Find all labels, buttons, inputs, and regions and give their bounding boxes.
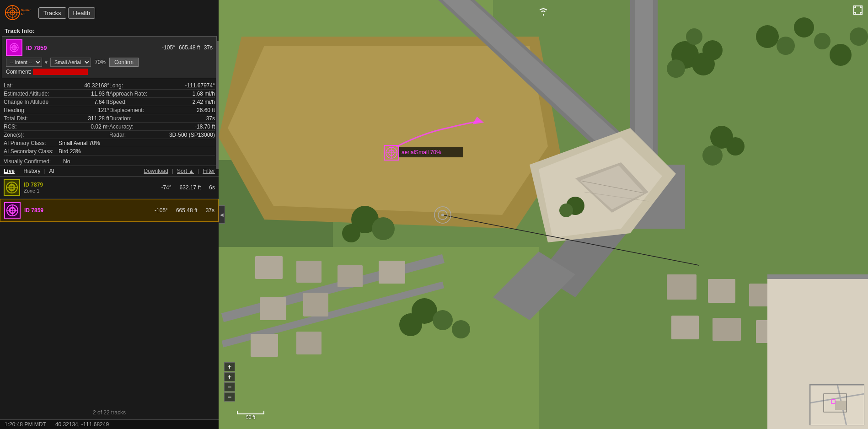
ai-tab[interactable]: AI xyxy=(49,168,54,174)
status-coords: 40.32134, -111.68249 xyxy=(55,421,109,428)
intent-dropdown[interactable]: -- Intent -- xyxy=(6,58,42,67)
svg-point-46 xyxy=(726,137,745,156)
svg-rect-57 xyxy=(303,293,328,316)
rcs-value: 0.02 m² xyxy=(91,123,109,130)
scale-line xyxy=(237,411,264,414)
lat-row: Lat: 40.32168° xyxy=(4,82,109,90)
zones-row: Zone(s): xyxy=(4,131,109,139)
lat-label: Lat: xyxy=(4,82,13,89)
svg-text:RF: RF xyxy=(21,12,26,16)
speed-row: Speed: 2.42 mi/h xyxy=(109,98,215,106)
comment-row: Comment: xyxy=(6,69,213,75)
est-alt-value: 11.93 ft xyxy=(91,91,109,97)
selected-track-heading: -105° xyxy=(162,44,175,51)
pipe-3: | xyxy=(172,168,173,174)
track-7879-zone: Zone 1 xyxy=(24,188,157,193)
speed-label: Speed: xyxy=(109,99,127,105)
lat-value: 40.32168° xyxy=(84,82,109,89)
fullscreen-icon[interactable] xyxy=(853,5,863,16)
header: Spotter RF Tracks Health xyxy=(0,0,219,26)
track-7879-id: ID 7879 xyxy=(24,182,157,188)
sort-link[interactable]: Sort ▲ xyxy=(177,168,194,174)
ai-secondary-value: Bird 23% xyxy=(59,148,81,155)
ai-primary-value: Small Aerial 70% xyxy=(59,140,100,146)
track-icon-pink xyxy=(4,202,21,219)
collapse-panel-button[interactable]: ◀ xyxy=(219,205,225,224)
svg-point-77 xyxy=(794,17,814,38)
history-tab[interactable]: History xyxy=(23,168,40,174)
zoom-out-button-2[interactable]: − xyxy=(224,392,235,402)
visually-confirmed-label: Visually Confirmed: xyxy=(4,158,63,165)
track-7879-heading: -74° xyxy=(161,184,171,191)
logo: Spotter RF xyxy=(5,4,32,22)
change-alt-value: 7.64 ft xyxy=(94,99,109,105)
svg-rect-63 xyxy=(708,279,735,303)
scale-bar: 50 ft xyxy=(237,411,264,420)
approach-label: Approach Rate: xyxy=(109,91,147,97)
svg-point-42 xyxy=(667,59,685,78)
svg-point-78 xyxy=(814,33,830,49)
download-link[interactable]: Download xyxy=(144,168,168,174)
type-dropdown[interactable]: Small Aerial xyxy=(50,58,91,67)
svg-point-43 xyxy=(702,40,723,60)
selected-track-dist: 665.48 ft xyxy=(179,44,200,51)
long-label: Long: xyxy=(109,82,123,89)
duration-label: Duration: xyxy=(109,115,132,122)
approach-row: Approach Rate: 1.68 mi/h xyxy=(109,90,215,98)
svg-point-75 xyxy=(756,25,779,48)
svg-rect-82 xyxy=(767,274,868,279)
filter-link[interactable]: Filter xyxy=(203,168,215,174)
pipe-1: | xyxy=(18,168,20,174)
confirm-button[interactable]: Confirm xyxy=(109,58,139,67)
zoom-in-button[interactable]: + xyxy=(224,362,235,371)
est-alt-row: Estimated Altitude: 11.93 ft xyxy=(4,90,109,98)
svg-rect-66 xyxy=(713,318,741,341)
scroll-handle[interactable] xyxy=(216,41,219,169)
svg-point-44 xyxy=(686,28,702,45)
total-dist-value: 311.28 ft xyxy=(88,115,109,122)
tabs-area: Tracks Health xyxy=(38,7,95,19)
map-area[interactable]: aerialSmall 70% + + − − 50 ft xyxy=(219,0,868,429)
tracks-tab[interactable]: Tracks xyxy=(38,7,66,19)
svg-point-86 xyxy=(441,214,444,216)
track-icon-green xyxy=(4,179,20,196)
svg-point-70 xyxy=(433,310,453,330)
displacement-value: 26.60 ft xyxy=(197,107,215,113)
selected-track-id: ID 7859 xyxy=(26,44,158,51)
svg-rect-58 xyxy=(251,334,278,357)
zoom-out-button[interactable]: − xyxy=(224,382,235,391)
pipe-2: | xyxy=(44,168,45,174)
zoom-in-button-2[interactable]: + xyxy=(224,372,235,381)
svg-marker-27 xyxy=(228,46,548,215)
intent-arrow-icon: ▼ xyxy=(44,60,48,65)
heading-label: Heading: xyxy=(4,107,26,113)
track-7859-dist: 665.48 ft xyxy=(176,207,198,214)
track-info-header: Track Info: xyxy=(0,26,219,36)
svg-point-71 xyxy=(399,313,422,336)
comment-input[interactable] xyxy=(33,69,88,75)
mini-map[interactable] xyxy=(809,384,864,425)
approach-value: 1.68 mi/h xyxy=(193,91,215,97)
track-7879-age: 6s xyxy=(209,184,215,191)
track-card-row2: -- Intent -- ▼ Small Aerial 70% Confirm xyxy=(6,58,213,67)
change-alt-label: Change In Altitude xyxy=(4,99,48,105)
ai-secondary-row: AI Secondary Class: Bird 23% xyxy=(4,148,215,156)
total-dist-row: Total Dist: 311.28 ft xyxy=(4,115,109,123)
track-7879-dist: 632.17 ft xyxy=(180,184,201,191)
accuracy-value: -18.70 ft xyxy=(195,123,215,130)
comment-label: Comment: xyxy=(6,69,31,75)
zoom-controls: + + − − xyxy=(224,362,235,402)
list-item[interactable]: ID 7879 Zone 1 -74° 632.17 ft 6s xyxy=(0,177,219,199)
list-item[interactable]: ID 7859 -105° 665.48 ft 37s xyxy=(0,199,219,222)
long-value: -111.67974° xyxy=(185,82,215,89)
live-tab[interactable]: Live xyxy=(4,168,15,174)
visually-confirmed-value: No xyxy=(63,158,70,165)
track-7879-info: ID 7879 Zone 1 xyxy=(24,182,157,193)
svg-rect-56 xyxy=(260,297,286,320)
svg-rect-55 xyxy=(296,261,321,283)
change-alt-row: Change In Altitude 7.64 ft xyxy=(4,98,109,106)
svg-point-80 xyxy=(850,27,868,46)
health-tab[interactable]: Health xyxy=(68,7,96,19)
radar-label: Radar: xyxy=(109,132,126,138)
accuracy-row: Accuracy: -18.70 ft xyxy=(109,123,215,131)
